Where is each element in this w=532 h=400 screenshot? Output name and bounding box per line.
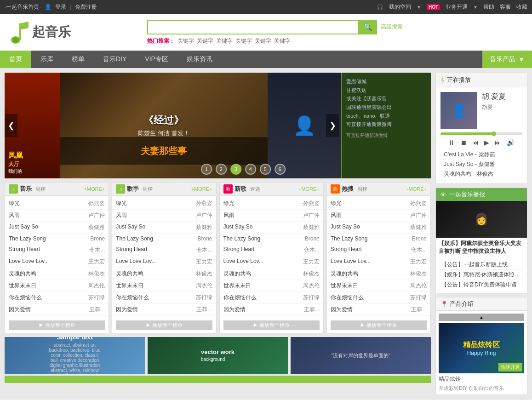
list-item[interactable]: 世界末末日周杰伦 (327, 280, 430, 292)
nav-diy[interactable]: 音乐DIY (94, 51, 136, 68)
banner-next-button[interactable]: ❯ (326, 114, 339, 137)
list-item[interactable]: Love Love Lov...王力宏 (220, 256, 323, 268)
list-item[interactable]: Love Love Lov...王力宏 (327, 256, 430, 268)
list-item[interactable]: 因为爱情王菲... (220, 304, 323, 316)
search-button[interactable]: 🔍 (359, 20, 377, 34)
nav-library[interactable]: 乐库 (31, 51, 63, 68)
list-item[interactable]: 因为爱情王菲... (327, 304, 430, 316)
nav-home[interactable]: 首页 (0, 51, 31, 68)
stop-button[interactable]: ⏹ (460, 139, 467, 146)
playlist-item-3[interactable]: 灵魂的共鸣－林俊杰 (440, 169, 522, 179)
list-item[interactable]: 你在烦恼什么苏打绿 (220, 292, 323, 304)
search-input[interactable] (147, 20, 359, 34)
list-item[interactable]: The Lazy SongBrone (112, 234, 216, 244)
list-item[interactable]: Strong Heart仓木... (5, 244, 109, 256)
list-item[interactable]: 绿光孙燕姿 (220, 198, 323, 210)
register-link[interactable]: 免费注册 (75, 3, 97, 11)
list-item[interactable]: Just Say So蔡健雅 (112, 222, 216, 234)
hot-chart-play-button[interactable]: ▶ 播放整个榜单 (331, 320, 427, 330)
next-button[interactable]: ⏭ (495, 139, 501, 146)
bottom-banner-1[interactable]: Sample text abstract, abstract artbackdr… (5, 337, 145, 374)
prev-button[interactable]: ⏮ (472, 139, 479, 146)
broadcast-main-image[interactable]: 👩 (436, 201, 527, 238)
product-banner[interactable]: 精品炫铃区 Happy Ring 快速开通 (439, 323, 524, 373)
broadcast-item-2[interactable]: 【娱乐】惠特尼·休斯顿遗体照曝光 (439, 270, 524, 280)
list-item[interactable]: 绿光孙燕姿 (112, 198, 216, 210)
list-item[interactable]: 灵魂的共鸣林俊杰 (327, 268, 430, 280)
hot-term-6[interactable]: 关键字 (274, 37, 291, 45)
list-item[interactable]: Love Love Lov...王力宏 (5, 256, 109, 268)
banner-dot-6[interactable]: 6 (275, 164, 286, 175)
new-songs-chart-more[interactable]: +MORE+ (298, 186, 320, 192)
list-item[interactable]: 灵魂的共鸣林俊杰 (220, 268, 323, 280)
list-item[interactable]: 绿光孙燕姿 (327, 198, 430, 210)
list-item[interactable]: Strong Heart仓木... (327, 244, 430, 256)
banner-prev-button[interactable]: ❮ (5, 114, 17, 137)
list-item[interactable]: 世界末末日周杰伦 (220, 280, 323, 292)
singer-chart-play-button[interactable]: ▶ 播放整个榜单 (116, 320, 212, 330)
list-item[interactable]: 绿光孙燕姿 (5, 198, 109, 210)
music-chart-more[interactable]: +MORE+ (84, 186, 105, 192)
list-item[interactable]: 灵魂的共鸣林俊杰 (5, 268, 109, 280)
banner-center[interactable]: 《经过》 陈楚生 何洁 首发！ 夫妻那些事 (60, 73, 268, 178)
volume-button[interactable]: 🔊 (507, 139, 515, 146)
list-item[interactable]: 因为爱情王菲... (112, 304, 216, 316)
service-link[interactable]: 客服 (500, 3, 511, 11)
list-item[interactable]: Just Say So蔡健雅 (5, 222, 109, 234)
quick-open-button[interactable]: 快速开通 (498, 363, 522, 371)
product-up-arrow[interactable]: ▲ (439, 314, 524, 321)
list-item[interactable]: 风雨卢广仲 (112, 210, 216, 222)
login-link[interactable]: 登录 (55, 3, 66, 11)
help-link[interactable]: 帮助 (483, 3, 494, 11)
nav-entertainment[interactable]: 娱乐资讯 (177, 51, 222, 68)
list-item[interactable]: 风雨卢广仲 (5, 210, 109, 222)
list-item[interactable]: 因为爱情王菲... (5, 304, 109, 316)
list-item[interactable]: The Lazy SongBrone (327, 234, 430, 244)
list-item[interactable]: 世界末末日周杰伦 (5, 280, 109, 292)
business-link[interactable]: 业务开通 (446, 3, 468, 11)
hot-term-3[interactable]: 关键字 (216, 37, 233, 45)
list-item[interactable]: 你在烦恼什么苏打绿 (5, 292, 109, 304)
banner-dot-2[interactable]: 2 (216, 164, 227, 175)
list-item[interactable]: 风雨卢广仲 (220, 210, 323, 222)
new-songs-chart-play-button[interactable]: ▶ 播放整个榜单 (223, 320, 320, 330)
list-item[interactable]: Strong Heart仓木... (220, 244, 323, 256)
list-item[interactable]: 灵魂的共鸣林俊杰 (112, 268, 216, 280)
play-button[interactable]: ▶ (484, 139, 489, 146)
list-item[interactable]: 你在烦恼什么苏打绿 (112, 292, 216, 304)
singer-chart-more[interactable]: +MORE+ (191, 186, 212, 192)
site-home-link[interactable]: ·一起音乐首页· (5, 3, 41, 11)
music-product-button[interactable]: 音乐产品 ▼ (482, 51, 532, 68)
banner-dot-5[interactable]: 5 (260, 164, 271, 175)
bottom-banner-3[interactable]: "没有对岸的世界是单面的" (291, 337, 431, 374)
nav-charts[interactable]: 榜单 (63, 51, 94, 68)
list-item[interactable]: The Lazy SongBrone (220, 234, 323, 244)
list-item[interactable]: 世界末末日周杰伦 (112, 280, 216, 292)
banner-dot-4[interactable]: 4 (245, 164, 256, 175)
banner-dot-3[interactable]: 3 (230, 164, 241, 175)
broadcast-item-3[interactable]: 【公告】铃音DIY免费体验申请 (439, 280, 524, 290)
advanced-search-link[interactable]: 高级搜索 (381, 23, 403, 31)
list-item[interactable]: The Lazy SongBrone (5, 234, 109, 244)
music-chart-play-button[interactable]: ▶ 播放整个榜单 (9, 320, 105, 330)
list-item[interactable]: Just Say So蔡健雅 (327, 222, 430, 234)
list-item[interactable]: Love Love Lov...王力宏 (112, 256, 216, 268)
progress-bar[interactable] (440, 132, 522, 135)
hot-term-5[interactable]: 关键字 (255, 37, 271, 45)
broadcast-item-1[interactable]: 【公告】一起音乐新版上线 (439, 260, 524, 270)
hot-chart-more[interactable]: +MORE+ (406, 186, 427, 192)
list-item[interactable]: 你在烦恼什么苏打绿 (327, 292, 430, 304)
list-item[interactable]: Just Say So蔡健雅 (220, 222, 323, 234)
hot-term-1[interactable]: 关键字 (177, 37, 194, 45)
pause-button[interactable]: ⏸ (448, 139, 455, 146)
nav-vip[interactable]: VIP专区 (136, 51, 177, 68)
list-item[interactable]: Strong Heart仓木... (112, 244, 216, 256)
hot-term-2[interactable]: 关键字 (197, 37, 213, 45)
banner-dot-1[interactable]: 1 (201, 164, 212, 175)
myspace-link[interactable]: 我的空间 (389, 3, 411, 11)
hot-term-4[interactable]: 关键字 (235, 37, 252, 45)
playlist-item-1[interactable]: C'est La Vie－梁静茹 (440, 150, 522, 160)
list-item[interactable]: 风雨卢广仲 (327, 210, 430, 222)
bottom-banner-2[interactable]: vector workbackground (148, 337, 288, 374)
playlist-item-2[interactable]: Just Say So－蔡健雅 (440, 160, 522, 169)
